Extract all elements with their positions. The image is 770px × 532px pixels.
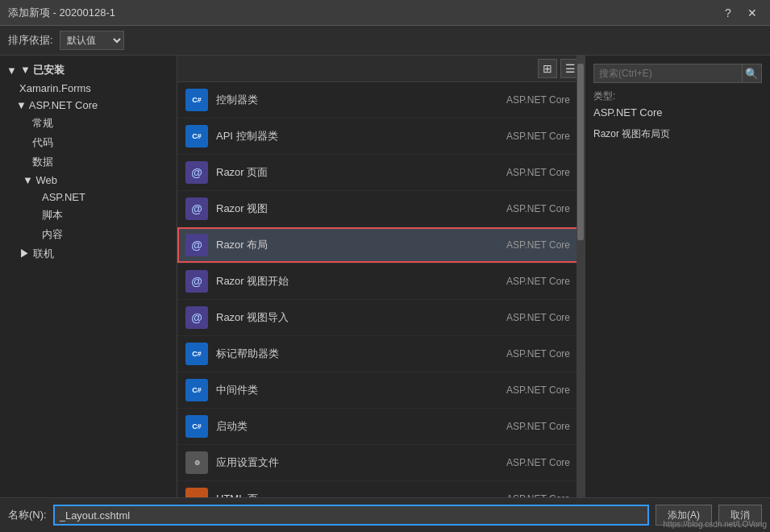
item-icon: @ [184,305,210,330]
item-category-text: ASP.NET Core [497,312,578,323]
item-name-text: 应用设置文件 [216,455,491,470]
item-name-text: 标记帮助器类 [216,347,491,361]
detail-description: Razor 视图布局页 [593,127,762,141]
item-icon: @ [184,196,210,222]
item-category-text: ASP.NET Core [497,493,578,497]
search-box: 🔍 [593,64,762,83]
help-button[interactable]: ? [718,5,738,21]
type-value: ASP.NET Core [593,106,762,118]
dialog-body: 排序依据: 默认值 ▼ ▼ 已安装 Xamarin.Forms ▼ ASP.NE… [0,26,770,532]
tree-neirong[interactable]: 内容 [0,225,177,244]
item-icon: @ [184,268,210,294]
search-input[interactable] [594,66,742,81]
installed-label: ▼ 已安装 [20,63,65,77]
item-icon: C# [184,123,210,149]
item-category-text: ASP.NET Core [497,384,578,396]
sort-label: 排序依据: [8,33,53,48]
dialog-title: 添加新项 - 20200128-1 [8,6,115,20]
item-icon: C# [184,377,210,403]
item-name-text: Razor 视图导入 [216,310,491,325]
item-icon: C# [184,414,210,439]
tree-changgui[interactable]: 常规 [0,114,177,133]
item-name-text: HTML 页 [216,492,491,497]
item-category-text: ASP.NET Core [497,239,578,251]
item-icon: C# [184,341,210,367]
watermark-text: https://blog.csdn.net/LOVong [664,520,767,529]
item-icon: @ [184,232,210,258]
list-item[interactable]: @Razor 视图导入ASP.NET Core [177,300,585,336]
item-icon: C# [184,87,210,113]
item-category-text: ASP.NET Core [497,421,578,432]
item-name-text: Razor 视图 [216,202,491,216]
grid-view-btn[interactable]: ⊞ [538,59,557,78]
lianji-label: ▶ 联机 [19,247,54,261]
item-category-text: ASP.NET Core [497,276,578,287]
list-item[interactable]: @Razor 视图ASP.NET Core [177,191,585,227]
item-name-text: API 控制器类 [216,129,491,143]
list-item[interactable]: HTMLHTML 页ASP.NET Core [177,481,585,497]
list-item[interactable]: @Razor 视图开始ASP.NET Core [177,264,585,300]
item-name-text: 控制器类 [216,93,491,107]
close-button[interactable]: ✕ [743,5,762,21]
list-item[interactable]: C#API 控制器类ASP.NET Core [177,118,585,155]
list-item[interactable]: C#标记帮助器类ASP.NET Core [177,336,585,372]
list-item[interactable]: C#启动类ASP.NET Core [177,409,585,445]
item-category-text: ASP.NET Core [497,203,578,214]
scrollbar[interactable] [576,56,585,497]
bottom-bar: 名称(N): 添加(A) 取消 [0,497,770,532]
aspnet-core-label: ▼ ASP.NET Core [16,99,98,111]
item-category-text: ASP.NET Core [497,94,578,106]
item-category-text: ASP.NET Core [497,131,578,142]
search-button[interactable]: 🔍 [742,64,761,82]
scroll-thumb [577,64,584,240]
xamarin-label: Xamarin.Forms [19,82,91,94]
tree-web[interactable]: ▼ Web [0,172,177,189]
list-item[interactable]: @Razor 页面ASP.NET Core [177,155,585,191]
installed-arrow: ▼ [6,64,17,77]
tree-aspnet-core[interactable]: ▼ ASP.NET Core [0,97,177,114]
item-name-text: 启动类 [216,419,491,434]
right-detail-panel: 🔍 类型: ASP.NET Core Razor 视图布局页 [585,56,770,497]
name-input[interactable] [53,505,649,526]
tree-jiaoben[interactable]: 脚本 [0,206,177,225]
item-category-text: ASP.NET Core [497,167,578,178]
tree-daima[interactable]: 代码 [0,133,177,152]
tree-aspnet[interactable]: ASP.NET [0,189,177,206]
tree-lianji[interactable]: ▶ 联机 [0,244,177,264]
item-name-text: 中间件类 [216,383,491,397]
left-tree-panel: ▼ ▼ 已安装 Xamarin.Forms ▼ ASP.NET Core 常规 … [0,56,177,497]
middle-list-panel: ⊞ ☰ C#控制器类ASP.NET CoreC#API 控制器类ASP.NET … [177,56,585,497]
list-item[interactable]: C#中间件类ASP.NET Core [177,372,585,409]
item-category-text: ASP.NET Core [497,348,578,360]
tree-shuju[interactable]: 数据 [0,152,177,172]
title-bar: 添加新项 - 20200128-1 ? ✕ [0,0,770,26]
tree-installed[interactable]: ▼ ▼ 已安装 [0,60,177,80]
item-name-text: Razor 布局 [216,238,491,252]
item-name-text: Razor 页面 [216,165,491,180]
tree-xamarin[interactable]: Xamarin.Forms [0,80,177,97]
window-controls: ? ✕ [718,5,762,21]
item-icon: @ [184,160,210,185]
item-category-text: ASP.NET Core [497,457,578,468]
content-area: ▼ ▼ 已安装 Xamarin.Forms ▼ ASP.NET Core 常规 … [0,56,770,497]
list-item[interactable]: C#控制器类ASP.NET Core [177,82,585,118]
sort-select[interactable]: 默认值 [60,31,124,50]
toolbar: 排序依据: 默认值 [0,26,770,56]
list-item[interactable]: ⚙应用设置文件ASP.NET Core [177,445,585,481]
item-name-text: Razor 视图开始 [216,274,491,289]
name-label: 名称(N): [8,508,47,522]
item-icon: HTML [184,486,210,497]
item-icon: ⚙ [184,450,210,476]
items-list: C#控制器类ASP.NET CoreC#API 控制器类ASP.NET Core… [177,82,585,497]
list-item[interactable]: @Razor 布局ASP.NET Core [177,227,585,264]
type-label: 类型: [593,89,762,103]
